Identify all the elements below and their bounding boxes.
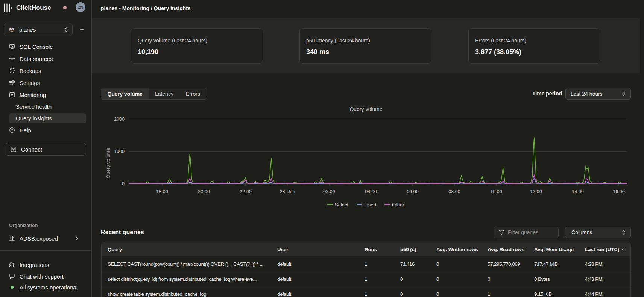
svg-text:Other: Other bbox=[392, 202, 404, 208]
svg-text:10:00: 10:00 bbox=[490, 189, 502, 194]
svg-text:28. Jun: 28. Jun bbox=[279, 189, 295, 194]
svg-text:Insert: Insert bbox=[364, 202, 377, 208]
svg-text:20:00: 20:00 bbox=[198, 189, 210, 194]
svg-text:1000: 1000 bbox=[114, 149, 125, 154]
svg-text:Query volume: Query volume bbox=[105, 148, 111, 179]
svg-text:aws: aws bbox=[9, 27, 14, 30]
svg-text:0: 0 bbox=[122, 181, 125, 186]
svg-text:06:00: 06:00 bbox=[407, 189, 418, 194]
svg-text:02:00: 02:00 bbox=[323, 189, 335, 194]
svg-text:Query volume: Query volume bbox=[349, 106, 382, 112]
svg-text:08:00: 08:00 bbox=[448, 189, 460, 194]
svg-text:18:00: 18:00 bbox=[156, 189, 168, 194]
svg-text:16:00: 16:00 bbox=[613, 189, 624, 194]
svg-text:22:00: 22:00 bbox=[240, 189, 251, 194]
svg-text:2000: 2000 bbox=[114, 117, 125, 122]
svg-text:14:00: 14:00 bbox=[572, 189, 583, 194]
svg-text:Select: Select bbox=[335, 202, 349, 208]
svg-text:04:00: 04:00 bbox=[365, 189, 377, 194]
svg-text:12:00: 12:00 bbox=[530, 189, 542, 194]
